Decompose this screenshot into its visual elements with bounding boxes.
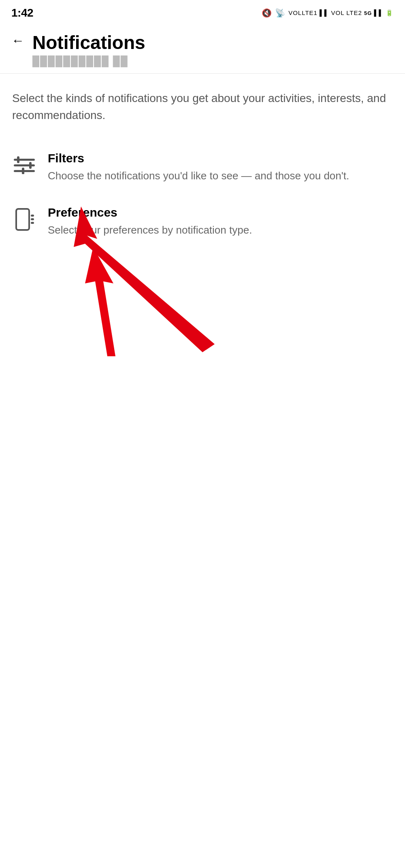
svg-rect-0 bbox=[14, 159, 35, 161]
back-arrow-icon: ← bbox=[11, 33, 24, 48]
svg-rect-3 bbox=[29, 162, 32, 169]
page-title: Notifications bbox=[32, 32, 145, 53]
filters-menu-item[interactable]: Filters Choose the notifications you'd l… bbox=[0, 140, 405, 194]
svg-rect-6 bbox=[16, 209, 29, 230]
filters-text: Filters Choose the notifications you'd l… bbox=[48, 151, 393, 183]
svg-marker-10 bbox=[85, 247, 115, 356]
status-time: 1:42 bbox=[11, 6, 33, 19]
phone-vibrate-icon bbox=[12, 207, 36, 232]
wifi-icon: 📡 bbox=[275, 8, 285, 18]
page-description: Select the kinds of notifications you ge… bbox=[0, 74, 405, 136]
svg-rect-2 bbox=[14, 164, 35, 166]
filters-title: Filters bbox=[48, 151, 393, 165]
status-bar: 1:42 🔇 📡 VOLLTE1 ▌▌ VOL LTE2 5G ▌▌ 🔋 bbox=[0, 0, 405, 24]
preferences-menu-item[interactable]: Preferences Select your preferences by n… bbox=[0, 194, 405, 249]
preferences-text: Preferences Select your preferences by n… bbox=[48, 206, 393, 237]
back-button[interactable]: ← bbox=[11, 34, 24, 47]
svg-rect-9 bbox=[31, 222, 34, 224]
svg-rect-8 bbox=[31, 218, 34, 220]
preferences-title: Preferences bbox=[48, 206, 393, 219]
signal-icons: VOLLTE1 ▌▌ VOL LTE2 5G ▌▌ 🔋 bbox=[288, 9, 394, 17]
status-icons: 🔇 📡 VOLLTE1 ▌▌ VOL LTE2 5G ▌▌ 🔋 bbox=[262, 8, 394, 18]
svg-rect-1 bbox=[17, 156, 19, 163]
preferences-description: Select your preferences by notification … bbox=[48, 223, 393, 237]
header-title-block: Notifications ██████████ ██ bbox=[32, 32, 145, 67]
svg-rect-7 bbox=[31, 215, 34, 217]
account-name-blurred: ██████████ ██ bbox=[32, 55, 145, 67]
page-header: ← Notifications ██████████ ██ bbox=[0, 24, 405, 74]
mute-icon: 🔇 bbox=[262, 8, 272, 18]
svg-rect-5 bbox=[22, 168, 24, 174]
filters-icon bbox=[12, 153, 36, 177]
filters-description: Choose the notifications you'd like to s… bbox=[48, 168, 393, 183]
menu-list: Filters Choose the notifications you'd l… bbox=[0, 136, 405, 253]
